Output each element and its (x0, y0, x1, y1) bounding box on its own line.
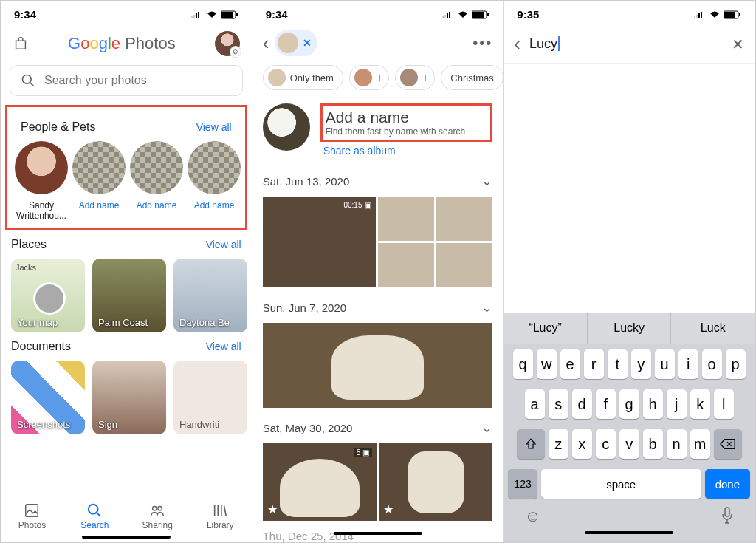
photo-thumb[interactable] (436, 197, 492, 241)
more-menu-icon[interactable]: ••• (472, 35, 492, 52)
key-r[interactable]: r (584, 349, 604, 379)
home-indicator[interactable] (334, 532, 422, 535)
key-u[interactable]: u (655, 349, 675, 379)
stack-badge: 5 ▣ (354, 448, 372, 457)
status-icons (442, 10, 489, 19)
view-all-places[interactable]: View all (206, 239, 241, 250)
search-bar[interactable] (10, 65, 243, 96)
photo-thumb[interactable] (436, 243, 492, 287)
chip-add-person[interactable]: + (349, 65, 389, 90)
key-c[interactable]: c (596, 429, 616, 459)
suggestion[interactable]: Luck (671, 313, 755, 344)
key-h[interactable]: h (643, 389, 663, 419)
date-header[interactable]: Sat, Jun 13, 2020 ⌄ (252, 161, 504, 197)
key-q[interactable]: q (513, 349, 533, 379)
key-t[interactable]: t (608, 349, 628, 379)
remove-chip-icon[interactable]: ✕ (303, 37, 312, 49)
svg-rect-1 (193, 15, 195, 18)
photo-thumb[interactable] (263, 323, 493, 408)
key-a[interactable]: a (525, 389, 545, 419)
key-m[interactable]: m (690, 429, 710, 459)
photo-thumb[interactable]: 00:15 ▣ (263, 197, 376, 287)
face-name-block: Add a name Find them fast by name with s… (252, 98, 504, 161)
person-item[interactable]: Add name (72, 141, 126, 221)
keyboard-row: q w e r t y u i o p (504, 344, 755, 384)
face-top-bar: ‹ ✕ ••• (252, 25, 504, 61)
search-input[interactable] (44, 74, 232, 87)
key-d[interactable]: d (572, 389, 592, 419)
add-name-highlight: Add a name Find them fast by name with s… (320, 103, 493, 142)
date-header[interactable]: Sun, Jun 7, 2020 ⌄ (252, 287, 504, 323)
tab-search[interactable]: Search (63, 496, 126, 533)
key-numbers[interactable]: 123 (508, 469, 537, 499)
key-o[interactable]: o (702, 349, 722, 379)
place-tile[interactable]: Palm Coast (92, 259, 166, 332)
key-f[interactable]: f (596, 389, 616, 419)
print-store-icon[interactable] (13, 35, 29, 52)
photo-thumb[interactable]: ★ (379, 443, 492, 521)
chip-only-them[interactable]: Only them (263, 65, 343, 90)
emoji-icon[interactable]: ☺ (524, 507, 540, 529)
key-l[interactable]: l (714, 389, 734, 419)
tab-sharing[interactable]: Sharing (126, 496, 189, 533)
svg-rect-30 (724, 12, 735, 18)
photo-thumb[interactable] (378, 197, 434, 241)
name-text-input[interactable]: Lucy (529, 36, 723, 52)
wifi-icon (206, 10, 218, 19)
key-p[interactable]: p (726, 349, 746, 379)
suggestion[interactable]: Lucky (588, 313, 672, 344)
share-as-album-link[interactable]: Share as album (320, 145, 493, 157)
view-all-documents[interactable]: View all (206, 341, 241, 352)
document-tile[interactable]: Handwriti (173, 361, 247, 434)
key-x[interactable]: x (572, 429, 592, 459)
add-a-name-button[interactable]: Add a name (326, 109, 484, 126)
svg-rect-18 (442, 16, 444, 18)
key-e[interactable]: e (560, 349, 580, 379)
document-tile[interactable]: Screenshots (11, 361, 85, 434)
key-b[interactable]: b (643, 429, 663, 459)
account-avatar[interactable]: ⊘ (215, 31, 240, 56)
map-label: Jacks (16, 263, 36, 272)
back-button[interactable]: ‹ (263, 32, 269, 55)
place-tile[interactable]: Jacks Your map (11, 259, 85, 332)
photo-thumb[interactable] (378, 243, 434, 287)
key-space[interactable]: space (541, 469, 701, 499)
svg-rect-19 (444, 15, 446, 18)
screen-face-group: 9:34 ‹ ✕ ••• Only them + + Christmas Add… (252, 1, 504, 542)
key-k[interactable]: k (690, 389, 710, 419)
view-all-people[interactable]: View all (196, 121, 232, 133)
place-tile[interactable]: Daytona Be (173, 259, 247, 332)
dictation-icon[interactable] (721, 507, 734, 529)
tab-photos[interactable]: Photos (1, 496, 63, 533)
key-v[interactable]: v (619, 429, 639, 459)
selected-face-chip[interactable]: ✕ (275, 30, 317, 56)
chip-add-person[interactable]: + (395, 65, 435, 90)
svg-rect-31 (739, 13, 740, 16)
chip-christmas[interactable]: Christmas (441, 65, 504, 90)
key-s[interactable]: s (549, 389, 568, 419)
key-n[interactable]: n (667, 429, 687, 459)
key-y[interactable]: y (631, 349, 651, 379)
person-item[interactable]: Add name (130, 141, 183, 221)
photo-thumb[interactable]: 5 ▣ ★ (263, 443, 377, 521)
document-tile[interactable]: Sign (92, 361, 166, 434)
people-row: Sandy Writtenhou... Add name Add name Ad… (10, 141, 242, 221)
key-i[interactable]: i (678, 349, 698, 379)
person-item[interactable]: Add name (188, 141, 241, 221)
home-indicator[interactable] (585, 531, 673, 534)
tab-library[interactable]: Library (189, 496, 252, 533)
back-button[interactable]: ‹ (514, 33, 520, 55)
key-g[interactable]: g (619, 389, 639, 419)
key-z[interactable]: z (549, 429, 568, 459)
key-shift[interactable] (517, 429, 545, 459)
date-header[interactable]: Sat, May 30, 2020 ⌄ (252, 408, 504, 443)
key-backspace[interactable] (714, 429, 742, 459)
star-icon: ★ (267, 502, 278, 516)
person-item[interactable]: Sandy Writtenhou... (15, 141, 68, 221)
key-done[interactable]: done (705, 469, 750, 499)
key-w[interactable]: w (537, 349, 557, 379)
home-indicator[interactable] (82, 536, 171, 539)
key-j[interactable]: j (667, 389, 687, 419)
clear-input-icon[interactable]: ✕ (732, 35, 744, 53)
suggestion[interactable]: “Lucy” (504, 313, 588, 344)
